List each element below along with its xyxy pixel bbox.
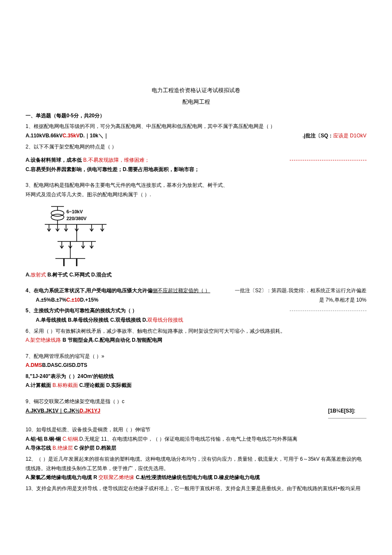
q7-options: A.DMSB.DASC.GISD.DTS — [26, 361, 366, 370]
q7-opts-rest: B.DASC.GISD.DTS — [42, 362, 87, 368]
svg-point-2 — [51, 210, 64, 216]
question-6: 6、采用（ ）可有效解决树线矛盾，减少事故率、触电伤亡和短路事故，同时架设空间可… — [26, 327, 366, 345]
q6-opts-rest: B 节能型金具.C.配电网自动化 D.智能配电网 — [61, 337, 162, 343]
diagram-label-2: 220/380V — [66, 216, 87, 221]
q5-opt-d: 双母线分段接线 — [147, 317, 183, 323]
q2-opt-d: D.需要占用地表面积，影响市容； — [123, 166, 199, 172]
q12-opts-rest: C.粘性浸渍纸绝缘统包型电力电缆 D.橡皮绝缘电力电缆 — [134, 474, 260, 480]
q3-stem-2: 环网式及混合式等几大类。图示的配电网结构属于（ ）. — [26, 190, 366, 200]
q12-opt-a: A.聚氯乙烯绝缘电缆电力电缆 R — [26, 474, 98, 480]
q11-options: A.导体芯线 B.绝缘层 C 保护层 D.档装层 — [26, 444, 366, 453]
q10-opts-ab: A.铝-铝 B.铜-铜 — [26, 436, 63, 442]
q8-opt-b: B.标称截面 — [52, 382, 78, 388]
question-3: 3、配电网结构是指配电网中各主要电气元件的电气连接形式，基本分为放射式、树干式、… — [26, 181, 366, 279]
q9-annot-line — [328, 418, 366, 418]
q12-opt-b: 交联聚乙烯绝缘 — [98, 474, 134, 480]
q3-opt-a: 放射式 — [31, 272, 46, 278]
q12-options: A.聚氯乙烯绝缘电缆电力电缆 R 交联聚乙烯绝缘 C.粘性浸渍纸绝缘统包型电力电… — [26, 473, 366, 482]
question-2: 2、以下不属于架空配电网的特点是（ ） A.设备材料筒球，成本低 B.不易发现故… — [26, 142, 366, 174]
q3-stem-1: 3、配电网结构是指配电网中各主要电气元件的电气连接形式，基本分为放射式、树干式、 — [26, 181, 366, 190]
q1-opt-d: D.｜10k＼｜ — [80, 133, 109, 139]
q8-opts-rest: C.理论截面 D.实际截面 — [78, 382, 132, 388]
question-9: 9、铜芯交联聚乙烯绝缘架空电缆是指（ ）c A.JKVB.JK1V｜C.JK½D… — [26, 397, 366, 418]
svg-point-3 — [51, 214, 64, 220]
q4-opt-d: D.+15% — [80, 297, 98, 303]
question-10: 10、如母线是铝质、设备接头是铜质，就用（ ）伸缩节 A.铝-铝 B.铜-铜 C… — [26, 425, 366, 453]
q11-opt-a: A.导体芯线 — [26, 445, 52, 451]
q2-opt-c: C.容易受到外界因素影响，供电可靠性差； — [26, 166, 123, 172]
q3-opts-rest: B.树干式 C.环网式 D.混合式 — [46, 272, 112, 278]
q6-stem: 6、采用（ ）可有效解决树线矛盾，减少事故率、触电伤亡和短路事故，同时架设空间可… — [26, 327, 366, 336]
q4-stem-pre: 4、在电力系统正常状况下,用户受电端的电压慑大允许偏 — [26, 288, 153, 293]
q4-stem: 4、在电力系统正常状况下,用户受电端的电压慑大允许偏侧不应超过额定值的（ ） — [26, 286, 210, 296]
q3-options: A.放射式 B.树干式 C.环网式 D.混合式 — [26, 270, 366, 280]
question-5: 5、主接线方式中供电可靠性高的接线方式为（ ） A.单母线接线 B.单母线分段接… — [26, 306, 366, 325]
q6-opt-a: A.架空绝缘线路 — [26, 337, 61, 343]
q1-annotation: .j批注〔SQ：应该是 D1OkV — [303, 131, 366, 141]
q2-opt-a: A.设备材料筒球，成本低 — [26, 157, 83, 163]
q4-options: A.±5%B.±7%C.±10D.+15% — [36, 296, 98, 305]
q9-annot-label: [1B¼E[S3]: — [328, 408, 355, 414]
q4-annotation-1: 一批注〔S2〕：第四题.我觉得:．相系统正常运行允许偏差 — [235, 286, 366, 296]
q1-opts-ab: A.110kVB.66kV — [26, 133, 63, 139]
q2-line1: A.设备材料筒球，成本低 B.不易发现故障，维修困难； — [26, 156, 150, 165]
q4-stem-underline: 侧不应超过额定值的（ ） — [153, 288, 210, 293]
q12-stem: 12、（ ）是近几年发展起来的很有前途的塑料电缆。这种电缆电场分布均匀，没有切向… — [26, 455, 366, 473]
q5-stem: 5、主接线方式中供电可靠性高的接线方式为（ ） — [26, 306, 137, 316]
q1-stem: 1、根据配电网电压等级的不同，可分为高压配电网、中压配电网和低压配电网，其中不属… — [26, 122, 366, 131]
q1-options: A.110kVB.66kVC.35kVD.｜10k＼｜ — [26, 131, 109, 141]
annotation-dash-line — [290, 160, 366, 160]
question-8: 8,"1J-240"表示为（ ）24Om‘的铝绞线 A.计算截面 B.标称截面 … — [26, 372, 366, 390]
doc-title: 电力工程造价资格认证考试模拟试卷 — [26, 85, 366, 95]
q10-opt-c: C.铝铜. — [63, 436, 79, 442]
question-1: 1、根据配电网电压等级的不同，可分为高压配电网、中压配电网和低压配电网，其中不属… — [26, 122, 366, 140]
q1-annot-label: .j批注〔SQ： — [303, 133, 333, 139]
q7-opt-a: A.DMS — [26, 362, 42, 368]
q10-options: A.铝-铝 B.铜-铜 C.铝铜.D.无规定 11、在电缆结构层中，（ ）保证电… — [26, 435, 366, 444]
q7-stem: 7、配电网管理系统的缩写是（ ）» — [26, 352, 366, 361]
q4-opt-c: C.±10 — [66, 297, 80, 303]
q9-options: A.JKVB.JK1V｜C.JK½D.JK1YJ — [26, 407, 100, 416]
question-13: 13、支持金具的作用是支持导线，使导线固定在绝缘子或杆塔上，它一般用于直线杆塔。… — [26, 484, 366, 494]
q8-options: A.计算截面 B.标称截面 C.理论截面 D.实际截面 — [26, 381, 366, 390]
q9-annotation: [1B¼E[S3]: — [328, 407, 366, 419]
section-1-heading: 一、单选题（每题0·5分，共20分） — [26, 111, 366, 121]
q2-stem: 2、以下不属于架空配电网的特点是（ ） — [26, 142, 366, 152]
q8-stem: 8,"1J-240"表示为（ ）24Om‘的铝绞线 — [26, 372, 366, 381]
q9-opt-d: D.JK1YJ — [80, 408, 101, 414]
q4-opts-ab: A.±5%B.±7% — [36, 297, 66, 303]
q5-opts-abc: A.单母线接线 B.单母线分段接线 C.双母线接线 D. — [36, 317, 147, 323]
q8-opt-a: A.计算截面 — [26, 382, 52, 388]
q3-opt-a-pre: A. — [26, 272, 31, 278]
diagram-label-1: 6−10kV — [66, 209, 83, 214]
doc-subtitle: 配电网工程 — [26, 97, 366, 107]
q2-line2: C.容易受到外界因素影响，供电可靠性差；D.需要占用地表面积，影响市容； — [26, 165, 366, 174]
q3-diagram: 6−10kV 220/380V — [43, 203, 366, 267]
q1-opt-c: C.35kV — [63, 133, 80, 139]
q2-opt-b: B.不易发现故障，维修困难； — [83, 157, 149, 163]
q6-options: A.架空绝缘线路 B 节能型金具.C.配电网自动化 D.智能配电网 — [26, 336, 366, 345]
q10-rest: D.无规定 11、在电缆结构层中，（ ）保证电能沿导电线芯传输，在电气上使导电线… — [79, 436, 297, 442]
question-4: 4、在电力系统正常状况下,用户受电端的电压慑大允许偏侧不应超过额定值的（ ） 一… — [26, 286, 366, 305]
q5-options: A.单母线接线 B.单母线分段接线 C.双母线接线 D.双母线分段接线 — [36, 316, 366, 325]
q4-annotation-2: 是 7%,单相才是 10% — [319, 296, 366, 305]
q10-stem: 10、如母线是铝质、设备接头是铜质，就用（ ）伸缩节 — [26, 425, 366, 435]
q1-annot-text: 应该是 D1OkV — [333, 133, 366, 139]
question-12: 12、（ ）是近几年发展起来的很有前途的塑料电缆。这种电缆电场分布均匀，没有切向… — [26, 455, 366, 482]
q9-stem: 9、铜芯交联聚乙烯绝缘架空电缆是指（ ）c — [26, 397, 366, 407]
question-7: 7、配电网管理系统的缩写是（ ）» A.DMSB.DASC.GISD.DTS — [26, 352, 366, 370]
q13-stem: 13、支持金具的作用是支持导线，使导线固定在绝缘子或杆塔上，它一般用于直线杆塔。… — [26, 484, 366, 494]
q11-opts-rest: C 保护层 D.档装层 — [73, 445, 117, 451]
q9-opts-abc: A.JKVB.JK1V｜C.JK½ — [26, 408, 80, 414]
q11-opt-b: B.绝缘层 — [52, 445, 72, 451]
annotation-thin-line — [290, 311, 366, 311]
